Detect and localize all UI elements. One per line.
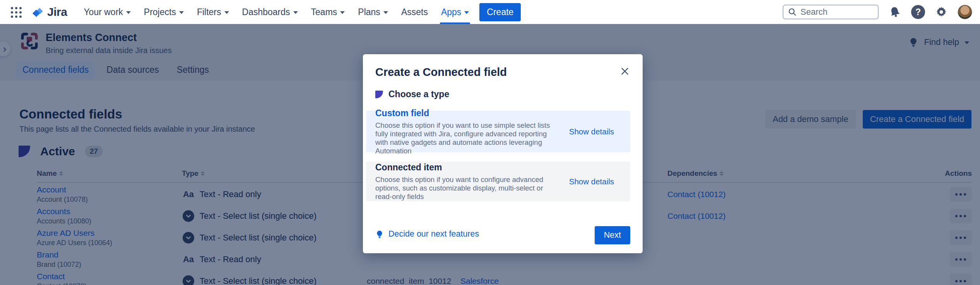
chevron-down-icon	[293, 11, 298, 14]
show-details-link[interactable]: Show details	[569, 127, 623, 136]
next-button[interactable]: Next	[595, 226, 630, 244]
search-icon	[788, 8, 797, 16]
app-switcher-icon[interactable]	[10, 6, 22, 18]
nav-item-apps[interactable]: Apps	[434, 0, 475, 24]
nav-item-projects[interactable]: Projects	[137, 0, 190, 24]
lightbulb-icon	[375, 230, 384, 239]
nav-item-plans[interactable]: Plans	[351, 0, 395, 24]
elements-quarter-icon	[375, 91, 383, 98]
option-description: Choose this option if you want to config…	[375, 175, 559, 201]
user-avatar[interactable]	[958, 5, 972, 19]
option-custom-field[interactable]: Custom field Choose this option if you w…	[366, 111, 630, 152]
search-box[interactable]	[783, 5, 879, 19]
jira-mark-icon	[31, 5, 44, 19]
decide-next-features-link[interactable]: Decide our next features	[375, 229, 479, 239]
chevron-down-icon	[340, 11, 345, 14]
show-details-link[interactable]: Show details	[569, 177, 623, 186]
create-button[interactable]: Create	[479, 3, 521, 21]
option-description: Choose this option if you want to use si…	[375, 121, 559, 155]
top-navigation: Jira Your work Projects Filters Dashboar…	[0, 0, 980, 24]
create-connected-field-modal: Create a Connected field Choose a type C…	[363, 54, 643, 253]
nav-item-assets[interactable]: Assets	[395, 0, 434, 24]
notifications-bell-icon[interactable]	[889, 6, 901, 18]
jira-logo[interactable]: Jira	[31, 5, 67, 19]
chevron-down-icon	[126, 11, 131, 14]
nav-item-teams[interactable]: Teams	[304, 0, 352, 24]
option-connected-item[interactable]: Connected item Choose this option if you…	[366, 161, 630, 201]
nav-item-your-work[interactable]: Your work	[77, 0, 137, 24]
nav-item-filters[interactable]: Filters	[190, 0, 236, 24]
option-title: Custom field	[375, 108, 559, 118]
chevron-down-icon	[464, 11, 469, 14]
choose-type-label: Choose a type	[388, 89, 449, 100]
settings-gear-icon[interactable]	[935, 6, 948, 18]
nav-right-cluster: ?	[783, 5, 972, 19]
choose-type-section: Choose a type	[375, 89, 449, 100]
option-title: Connected item	[375, 162, 559, 173]
modal-title: Create a Connected field	[375, 66, 507, 79]
main-menu: Your work Projects Filters Dashboards Te…	[77, 0, 475, 24]
chevron-down-icon	[383, 11, 388, 14]
nav-item-dashboards[interactable]: Dashboards	[236, 0, 304, 24]
search-input[interactable]	[800, 7, 873, 17]
chevron-down-icon	[179, 11, 184, 14]
jira-logo-text: Jira	[47, 5, 67, 19]
chevron-down-icon	[224, 11, 229, 14]
close-icon[interactable]	[617, 64, 633, 79]
help-icon[interactable]: ?	[911, 5, 925, 19]
